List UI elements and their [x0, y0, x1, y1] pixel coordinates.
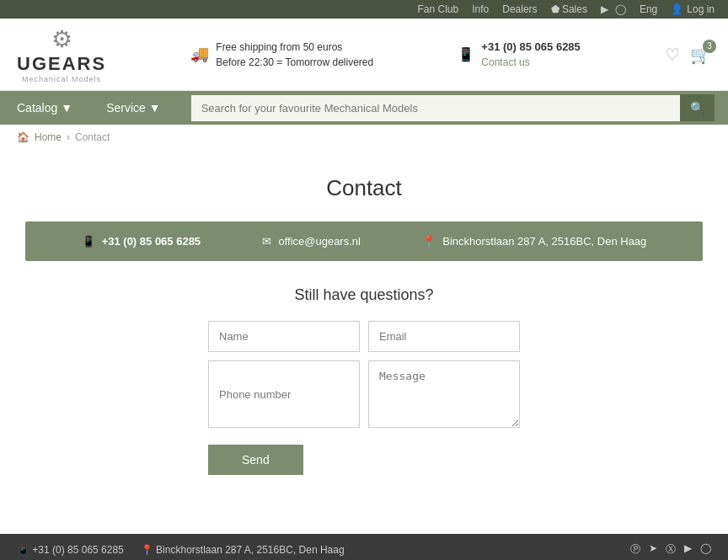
fan-club-link[interactable]: Fan Club [418, 3, 459, 15]
language-selector[interactable]: Eng [640, 3, 657, 15]
site-header: ⚙ UGEARS Mechanical Models 🚚 Free shippi… [0, 19, 728, 91]
cart-icon[interactable]: 🛒 3 [690, 45, 711, 65]
email-icon: ✉ [262, 235, 271, 248]
breadcrumb-separator: › [67, 131, 70, 143]
phone-input[interactable] [208, 360, 360, 428]
page-title: Contact [17, 175, 711, 201]
footer-social: Ⓟ ➤ Ⓧ ▶ ◯ [630, 542, 711, 557]
facebook-icon[interactable]: Ⓟ [630, 542, 640, 557]
top-bar: Fan Club Info Dealers ⬟ Sales ▶ ◯ Eng 👤 … [0, 0, 728, 19]
service-nav-item[interactable]: Service ▼ [89, 91, 178, 125]
location-icon: 📍 [422, 235, 436, 248]
form-row-1 [208, 321, 520, 352]
pinterest-icon[interactable]: Ⓧ [666, 542, 676, 557]
form-row-2 [208, 360, 520, 428]
contact-info-bar: 📱 +31 (0) 85 065 6285 ✉ office@ugears.nl… [25, 221, 703, 261]
contact-address: 📍 Binckhorstlaan 287 A, 2516BC, Den Haag [422, 235, 646, 248]
shipping-line2: Before 22:30 = Tomorrow delivered [216, 55, 373, 70]
contact-section: Contact 📱 +31 (0) 85 065 6285 ✉ office@u… [0, 150, 728, 534]
home-breadcrumb[interactable]: Home [35, 131, 62, 143]
truck-icon: 🚚 [190, 43, 209, 66]
footer-contact-left: 📱 +31 (0) 85 065 6285 📍 Binckhorstlaan 2… [17, 544, 345, 556]
wishlist-icon[interactable]: ♡ [665, 45, 680, 65]
telegram-icon[interactable]: ➤ [649, 542, 657, 557]
logo[interactable]: ⚙ UGEARS Mechanical Models [17, 25, 106, 83]
home-icon: 🏠 [17, 131, 29, 143]
contact-phone: 📱 +31 (0) 85 065 6285 [82, 235, 201, 248]
shipping-line1: Free shipping from 50 euros [216, 40, 373, 55]
phone-icon: 📱 [17, 544, 29, 556]
send-button[interactable]: Send [208, 445, 303, 475]
login-link[interactable]: 👤 Log in [671, 3, 715, 15]
footer-address: 📍 Binckhorstlaan 287 A, 2516BC, Den Haag [141, 544, 345, 556]
current-breadcrumb: Contact [75, 131, 110, 143]
phone-icon: 📱 [458, 45, 474, 65]
contact-form-section: Still have questions? Send [17, 286, 711, 509]
footer-info-bar: 📱 +31 (0) 85 065 6285 📍 Binckhorstlaan 2… [0, 534, 728, 560]
footer-phone: 📱 +31 (0) 85 065 6285 [17, 544, 124, 556]
phone-icon: 📱 [82, 235, 95, 248]
search-input[interactable] [191, 95, 680, 121]
shipping-info: 🚚 Free shipping from 50 euros Before 22:… [190, 40, 373, 70]
name-input[interactable] [208, 321, 360, 352]
form-row-3: Send [208, 436, 520, 475]
info-link[interactable]: Info [472, 3, 489, 15]
breadcrumb: 🏠 Home › Contact [0, 125, 728, 150]
contact-form: Send [208, 321, 520, 475]
cart-badge: 3 [703, 40, 716, 53]
contact-email: ✉ office@ugears.nl [262, 235, 361, 248]
phone-number: +31 (0) 85 065 6285 [481, 39, 580, 56]
header-actions: ♡ 🛒 3 [665, 45, 711, 65]
search-button[interactable]: 🔍 [680, 94, 715, 121]
phone-info: 📱 +31 (0) 85 065 6285 Contact us [458, 39, 580, 71]
main-nav: Catalog ▼ Service ▼ 🔍 [0, 91, 728, 125]
logo-text: UGEARS [17, 53, 106, 75]
dealers-link[interactable]: Dealers [502, 3, 537, 15]
form-subtitle: Still have questions? [17, 286, 711, 304]
instagram-icon[interactable]: ◯ [615, 3, 626, 15]
location-icon: 📍 [141, 544, 153, 556]
youtube-icon[interactable]: ▶ [684, 542, 692, 557]
chevron-down-icon: ▼ [61, 101, 72, 115]
email-input[interactable] [368, 321, 520, 352]
youtube-icon[interactable]: ▶ [601, 3, 608, 15]
catalog-nav-item[interactable]: Catalog ▼ [0, 91, 89, 125]
instagram-icon[interactable]: ◯ [700, 542, 711, 557]
user-icon: 👤 [671, 3, 683, 15]
chevron-down-icon: ▼ [149, 101, 161, 115]
search-area: 🔍 [178, 94, 728, 121]
logo-subtitle: Mechanical Models [22, 75, 101, 83]
message-input[interactable] [368, 360, 520, 428]
gear-icon: ⚙ [51, 25, 72, 53]
contact-link[interactable]: Contact us [481, 56, 529, 68]
sales-link[interactable]: ⬟ Sales [551, 3, 587, 15]
